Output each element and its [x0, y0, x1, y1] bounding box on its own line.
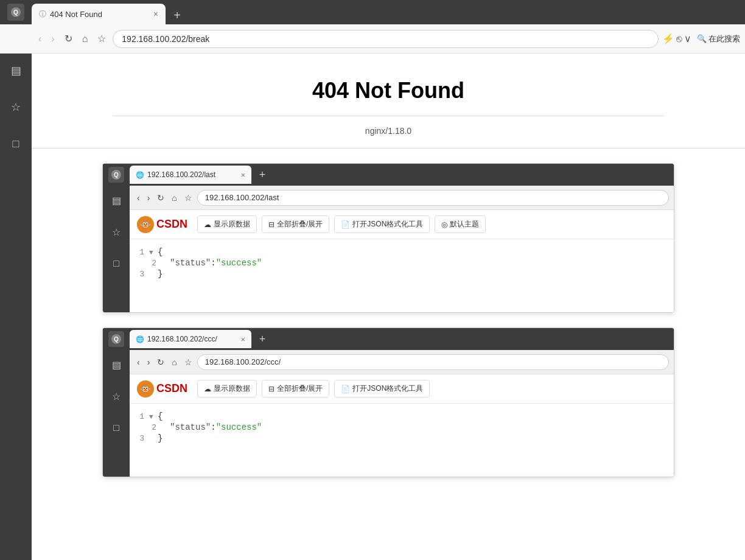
search-label: 在此搜索	[708, 33, 740, 44]
nested-browser-2: Q 🌐 192.168.100.202/ccc/ × + ▤ ☆ □	[102, 327, 674, 477]
nested-sidebar-icon-grid-2[interactable]: ▤	[108, 356, 125, 373]
home-btn[interactable]: ⌂	[79, 31, 91, 47]
nested-sidebar-icon-star-2[interactable]: ☆	[108, 388, 125, 405]
sidebar-icon-book[interactable]: □	[6, 134, 26, 153]
nested-logo-circle-2: Q	[108, 331, 124, 347]
nested-address-input-2[interactable]	[197, 354, 669, 370]
nested-sidebar-icon-book-2[interactable]: □	[108, 419, 125, 436]
csdn-monkey-icon-1: 🐵	[137, 216, 154, 233]
nested-home-1[interactable]: ⌂	[169, 191, 179, 205]
sidebar-icon-grid[interactable]: ▤	[6, 61, 26, 80]
tab-favicon: ⓘ	[39, 9, 46, 19]
nested-tab-2[interactable]: 🌐 192.168.100.202/ccc/ ×	[130, 330, 251, 348]
json-line-1-1: 1 ▼ {	[130, 247, 674, 257]
reload-btn[interactable]: ↻	[61, 30, 75, 47]
csdn-theme-1[interactable]: ◎ 默认主题	[435, 215, 486, 233]
nested-logo-circle-1: Q	[108, 167, 124, 183]
nested-logo-2: Q	[103, 328, 130, 350]
json-line-2-1: 1 ▼ {	[130, 411, 674, 422]
nested-sidebar-2: ▤ ☆ □	[103, 350, 130, 477]
nested-addressbar-1: ‹ › ↻ ⌂ ☆	[130, 186, 674, 210]
cloud-icon-2: ☁	[204, 385, 211, 393]
nested-star-2[interactable]: ☆	[182, 355, 195, 369]
csdn-json-tool-2[interactable]: 📄 打开JSON格式化工具	[334, 380, 430, 397]
nested-back-1[interactable]: ‹	[135, 191, 142, 205]
csdn-text-2: CSDN	[156, 382, 187, 395]
json-line-2-2: 2 "status" : "success"	[142, 422, 674, 433]
nested-browser-1: Q 🌐 192.168.100.202/last × + ▤ ☆ □	[102, 163, 674, 313]
nested-browser-main-2: ‹ › ↻ ⌂ ☆ 🐵 CSDN ☁ 显示原数据	[130, 350, 674, 477]
browser-logo-area: Q	[0, 0, 32, 24]
svg-text:Q: Q	[114, 336, 119, 343]
nested-titlebar-2: Q 🌐 192.168.100.202/ccc/ × +	[103, 328, 674, 350]
nested-sidebar-1: ▤ ☆ □	[103, 186, 130, 312]
address-bar-row: ‹ › ↻ ⌂ ☆ ⚡ ⎋ ∨ 🔍 在此搜索	[0, 24, 745, 54]
share-icon: ⎋	[676, 33, 682, 44]
error-page: 404 Not Found nginx/1.18.0	[32, 54, 745, 149]
nested-forward-2[interactable]: ›	[145, 355, 153, 369]
nested-tab-favicon-1: 🌐	[136, 171, 144, 179]
nested-browser-1-inner: Q 🌐 192.168.100.202/last × + ▤ ☆ □	[103, 164, 674, 312]
csdn-text-1: CSDN	[156, 218, 187, 231]
back-btn[interactable]: ‹	[35, 31, 44, 47]
json-line-1-2: 2 "status" : "success"	[142, 257, 674, 268]
fold-icon-2: ⊟	[268, 385, 275, 393]
browser-titlebar: Q ⓘ 404 Not Found × +	[0, 0, 745, 24]
nested-sidebar-icon-grid-1[interactable]: ▤	[108, 192, 125, 209]
search-btn[interactable]: 🔍 在此搜索	[697, 33, 740, 44]
csdn-json-tool-1[interactable]: 📄 打开JSON格式化工具	[334, 215, 430, 233]
main-content: 404 Not Found nginx/1.18.0 Q 🌐 192.16	[32, 54, 745, 560]
svg-text:Q: Q	[13, 9, 18, 16]
dropdown-icon: ∨	[684, 33, 691, 44]
active-tab[interactable]: ⓘ 404 Not Found ×	[32, 4, 166, 24]
csdn-fold-expand-1[interactable]: ⊟ 全部折叠/展开	[262, 215, 329, 233]
star-btn[interactable]: ☆	[94, 30, 109, 47]
nested-new-tab-2[interactable]: +	[254, 331, 271, 348]
search-engine-icon: 🔍	[697, 34, 707, 43]
forward-btn[interactable]: ›	[48, 31, 57, 47]
nested-sidebar-icon-book-1[interactable]: □	[108, 255, 125, 272]
nginx-text: nginx/1.18.0	[44, 126, 733, 136]
nested-reload-1[interactable]: ↻	[155, 191, 167, 205]
address-input[interactable]	[113, 30, 659, 48]
pdf-icon-2: 📄	[341, 385, 350, 393]
left-sidebar: ▤ ☆ □	[0, 54, 32, 560]
nested-browser-2-inner: Q 🌐 192.168.100.202/ccc/ × + ▤ ☆ □	[103, 328, 674, 477]
tabs-bar: ⓘ 404 Not Found × +	[32, 0, 745, 24]
nested-address-input-1[interactable]	[197, 190, 669, 206]
nested-tab-favicon-2: 🌐	[136, 335, 144, 343]
theme-icon-1: ◎	[441, 220, 447, 229]
lightning-icon: ⚡	[662, 33, 674, 44]
tab-close-btn[interactable]: ×	[153, 9, 158, 19]
nested-logo-1: Q	[103, 164, 130, 186]
json-line-1-3: 3 }	[130, 268, 674, 279]
csdn-show-raw-1[interactable]: ☁ 显示原数据	[197, 215, 257, 233]
csdn-logo-1: 🐵 CSDN	[137, 216, 187, 233]
nested-star-1[interactable]: ☆	[182, 191, 195, 205]
nested-forward-1[interactable]: ›	[145, 191, 153, 205]
nested-back-2[interactable]: ‹	[135, 355, 142, 369]
nested-tab-title-1: 192.168.100.202/last	[147, 170, 215, 179]
nested-tab-close-1[interactable]: ×	[240, 170, 245, 180]
nested-reload-2[interactable]: ↻	[155, 355, 167, 369]
nested-tab-1[interactable]: 🌐 192.168.100.202/last ×	[130, 166, 251, 184]
error-title: 404 Not Found	[44, 78, 733, 103]
nested-sidebar-icon-star-1[interactable]: ☆	[108, 223, 125, 240]
csdn-fold-expand-2[interactable]: ⊟ 全部折叠/展开	[262, 380, 329, 397]
sidebar-icon-star[interactable]: ☆	[6, 97, 26, 117]
csdn-toolbar-1: 🐵 CSDN ☁ 显示原数据 ⊟ 全部折叠/展开 📄 打开JSON格式化工具	[130, 210, 674, 239]
svg-text:Q: Q	[114, 172, 119, 178]
new-tab-btn[interactable]: +	[168, 6, 186, 24]
cloud-icon-1: ☁	[204, 220, 211, 229]
nested-new-tab-1[interactable]: +	[254, 166, 271, 183]
nested-tab-close-2[interactable]: ×	[240, 335, 245, 344]
tab-title: 404 Not Found	[50, 10, 102, 19]
csdn-monkey-icon-2: 🐵	[137, 380, 154, 397]
browser-logo: Q	[7, 4, 24, 21]
fold-icon-1: ⊟	[268, 220, 275, 229]
nested-browser-main-1: ‹ › ↻ ⌂ ☆ 🐵 CSDN ☁ 显示原数据	[130, 186, 674, 312]
nested-home-2[interactable]: ⌂	[169, 355, 179, 369]
json-content-1: 1 ▼ { 2 "status" : "success" 3 }	[130, 239, 674, 312]
csdn-show-raw-2[interactable]: ☁ 显示原数据	[197, 380, 257, 397]
csdn-logo-2: 🐵 CSDN	[137, 380, 187, 397]
